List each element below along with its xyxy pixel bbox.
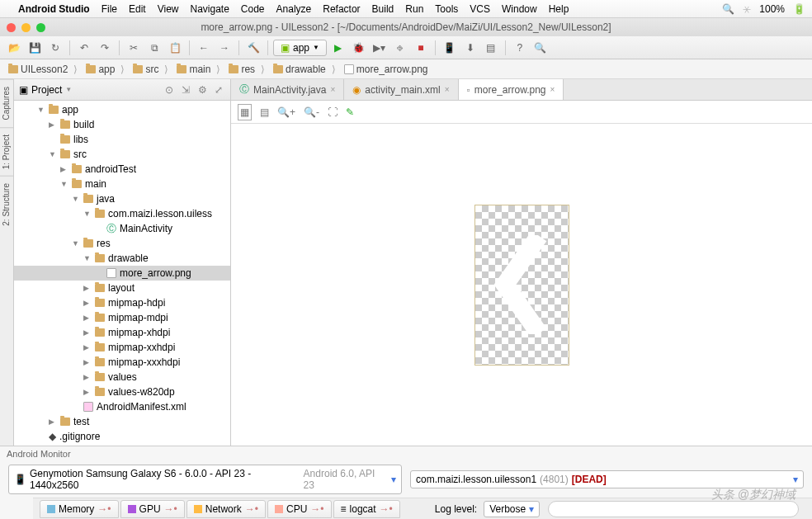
spotlight-icon[interactable]: 🔍	[722, 3, 734, 15]
project-tree[interactable]: ▼app▶buildlibs▼src▶androidTest▼main▼java…	[14, 101, 230, 446]
run-config-selector[interactable]: ▣ app ▼	[273, 40, 327, 56]
tree-expand-arrow[interactable]: ▼	[49, 150, 57, 158]
tree-node[interactable]: ▶mipmap-hdpi	[14, 295, 230, 310]
monitor-tab-logcat[interactable]: ≡logcat→•	[333, 500, 400, 518]
close-tab-button[interactable]: ×	[550, 85, 555, 94]
menu-run[interactable]: Run	[405, 3, 423, 15]
help-button[interactable]: ?	[511, 39, 529, 57]
sync-button[interactable]: ↻	[46, 39, 64, 57]
tree-node[interactable]: ▼res	[14, 236, 230, 251]
tree-expand-arrow[interactable]: ▼	[60, 180, 68, 188]
tree-expand-arrow[interactable]: ▼	[72, 239, 80, 248]
tree-expand-arrow[interactable]: ▶	[49, 120, 57, 129]
breadcrumb-item[interactable]: drawable	[270, 63, 339, 76]
zoom-out-button[interactable]: 🔍-	[304, 106, 319, 118]
tree-node[interactable]: ▼app	[14, 102, 230, 117]
copy-button[interactable]: ⧉	[145, 39, 163, 57]
monitor-tab-memory[interactable]: Memory→•	[40, 500, 119, 518]
menu-edit[interactable]: Edit	[129, 3, 146, 15]
tree-node[interactable]: ⒸMainActivity	[14, 221, 230, 236]
menu-navigate[interactable]: Navigate	[190, 3, 229, 15]
image-canvas[interactable]	[231, 124, 812, 446]
tree-node[interactable]: AndroidManifest.xml	[14, 399, 230, 414]
zoom-window-button[interactable]	[36, 23, 45, 32]
tree-node[interactable]: ▶mipmap-xxhdpi	[14, 340, 230, 355]
menu-tools[interactable]: Tools	[435, 3, 458, 15]
save-button[interactable]: 💾	[26, 39, 44, 57]
tree-node[interactable]: ▶mipmap-mdpi	[14, 310, 230, 325]
forward-button[interactable]: →	[215, 39, 234, 57]
minimize-window-button[interactable]	[21, 23, 31, 32]
tree-node[interactable]: ▼main	[14, 177, 230, 191]
color-picker-button[interactable]: ✎	[346, 106, 354, 118]
make-button[interactable]: 🔨	[244, 39, 262, 57]
tree-node[interactable]: ▶layout	[14, 281, 230, 295]
editor-tab[interactable]: ▫more_arrow.png×	[459, 79, 564, 100]
menu-file[interactable]: File	[102, 3, 117, 15]
stop-button[interactable]: ■	[412, 39, 430, 57]
zoom-in-button[interactable]: 🔍+	[277, 106, 295, 118]
tree-node[interactable]: ▶values-w820dp	[14, 385, 230, 399]
tree-expand-arrow[interactable]: ▶	[83, 314, 92, 322]
monitor-tab-network[interactable]: Network→•	[186, 500, 266, 518]
menu-analyze[interactable]: Analyze	[276, 3, 312, 15]
tree-node[interactable]: ◆.gitignore	[14, 429, 230, 444]
menu-view[interactable]: View	[158, 3, 179, 15]
editor-tab[interactable]: ◉activity_main.xml×	[344, 79, 458, 100]
tree-expand-arrow[interactable]: ▶	[49, 418, 57, 426]
log-level-selector[interactable]: Verbose ▾	[484, 501, 539, 517]
hide-panel-button[interactable]: ⤢	[212, 83, 225, 97]
tree-expand-arrow[interactable]: ▶	[83, 328, 92, 337]
menu-help[interactable]: Help	[549, 3, 569, 15]
undo-button[interactable]: ↶	[75, 39, 93, 57]
tree-expand-arrow[interactable]: ▼	[72, 195, 80, 203]
close-window-button[interactable]	[7, 23, 16, 32]
side-tab-project[interactable]: 1: Project	[0, 127, 13, 176]
tree-expand-arrow[interactable]: ▶	[83, 284, 92, 292]
tree-node[interactable]: ▼com.maizi.lesson.uiless	[14, 206, 230, 221]
editor-tab[interactable]: ⒸMainActivity.java×	[231, 79, 344, 100]
tree-expand-arrow[interactable]: ▶	[83, 388, 92, 396]
run-button[interactable]: ▶	[329, 39, 347, 57]
grid-tool-button[interactable]: ▤	[260, 106, 269, 118]
breadcrumb-item[interactable]: more_arrow.png	[341, 63, 432, 76]
device-selector[interactable]: 📱 Genymotion Samsung Galaxy S6 - 6.0.0 -…	[8, 465, 402, 494]
tree-node[interactable]: ▶test	[14, 414, 230, 429]
breadcrumb-item[interactable]: UILesson2	[5, 63, 81, 76]
menu-refactor[interactable]: Refactor	[323, 3, 360, 15]
breadcrumb-item[interactable]: main	[173, 63, 224, 76]
scroll-from-source-button[interactable]: ⊙	[163, 83, 176, 97]
tree-expand-arrow[interactable]: ▼	[83, 254, 92, 262]
breadcrumb-item[interactable]: res	[225, 63, 268, 76]
tree-node[interactable]: ▶mipmap-xhdpi	[14, 325, 230, 340]
zoom-fit-button[interactable]: ⛶	[328, 106, 338, 118]
project-view-label[interactable]: Project	[31, 84, 62, 96]
attach-debugger-button[interactable]: ⎆	[391, 39, 409, 57]
tree-node[interactable]: ▼java	[14, 191, 230, 206]
tree-node[interactable]: ▶build	[14, 117, 230, 132]
close-tab-button[interactable]: ×	[445, 85, 450, 94]
cut-button[interactable]: ✂	[125, 39, 143, 57]
tree-expand-arrow[interactable]: ▶	[60, 165, 68, 173]
select-tool-button[interactable]: ▦	[238, 104, 252, 120]
breadcrumb-item[interactable]: src	[130, 63, 172, 76]
tree-node[interactable]: ▶values	[14, 370, 230, 385]
menu-code[interactable]: Code	[241, 3, 265, 15]
paste-button[interactable]: 📋	[166, 39, 184, 57]
logcat-search-input[interactable]	[548, 501, 799, 517]
search-everywhere-button[interactable]: 🔍	[531, 39, 550, 57]
sdk-manager-button[interactable]: ⬇	[461, 39, 479, 57]
back-button[interactable]: ←	[195, 39, 213, 57]
tree-node[interactable]: ▶androidTest	[14, 162, 230, 177]
tree-expand-arrow[interactable]: ▶	[83, 358, 92, 366]
tree-expand-arrow[interactable]: ▶	[83, 299, 92, 307]
open-button[interactable]: 📂	[5, 39, 23, 57]
avd-manager-button[interactable]: 📱	[441, 39, 459, 57]
debug-button[interactable]: 🐞	[350, 39, 368, 57]
monitor-tab-gpu[interactable]: GPU→•	[120, 500, 185, 518]
tree-node[interactable]: ▶mipmap-xxxhdpi	[14, 355, 230, 370]
tree-expand-arrow[interactable]: ▶	[83, 343, 92, 352]
tree-node[interactable]: libs	[14, 132, 230, 147]
collapse-all-button[interactable]: ⇲	[179, 83, 192, 97]
settings-gear-icon[interactable]: ⚙	[196, 83, 209, 97]
